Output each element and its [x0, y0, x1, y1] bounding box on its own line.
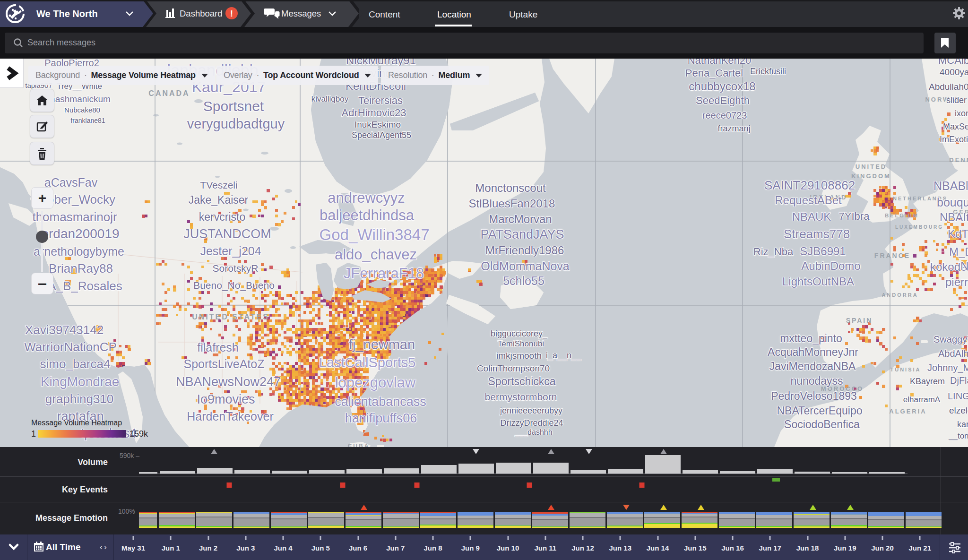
svg-text:Messages: Messages — [281, 9, 321, 18]
svg-text:!: ! — [230, 9, 233, 18]
svg-text:Content: Content — [369, 9, 400, 19]
svg-text:Uptake: Uptake — [509, 9, 537, 19]
svg-text:Location: Location — [437, 9, 471, 19]
svg-text:We The North: We The North — [36, 9, 98, 19]
svg-text:Dashboard: Dashboard — [180, 9, 223, 18]
